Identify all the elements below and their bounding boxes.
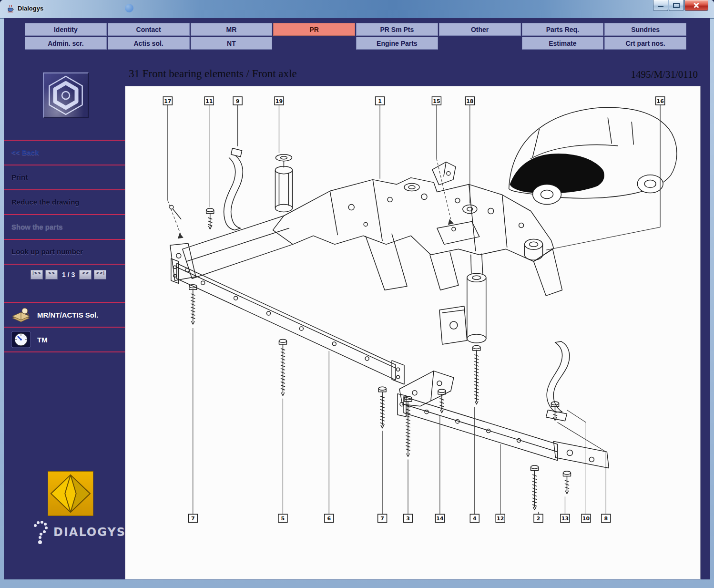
bolt-layer (189, 208, 571, 510)
part-callout-6[interactable]: 6 (325, 351, 334, 522)
tm-button[interactable]: TM (4, 327, 125, 352)
sidebar-item-show-the-parts: Show the parts (4, 214, 125, 239)
tool-label: TM (37, 336, 48, 344)
dialogys-wordmark: DIALOGYS (53, 526, 126, 539)
exploded-diagram: 171191911518167567314412213108 (125, 86, 700, 579)
part-callout-10[interactable]: 10 (567, 410, 590, 523)
part-callout-14[interactable]: 14 (435, 416, 444, 523)
svg-text:19: 19 (275, 98, 283, 104)
tab-nt[interactable]: NT (191, 37, 273, 50)
diagram-artwork (170, 107, 677, 468)
part-callout-8[interactable]: 8 (557, 423, 610, 523)
part-callout-5[interactable]: 5 (278, 399, 287, 522)
drawing-panel: 171191911518167567314412213108 (125, 86, 701, 579)
minimize-button[interactable] (653, 0, 668, 11)
tab-pr[interactable]: PR (273, 23, 355, 36)
question-mark-icon (31, 520, 50, 545)
dialogys-logo: DIALOGYS (31, 520, 126, 545)
svg-text:5: 5 (281, 516, 285, 522)
part-callout-7[interactable]: 7 (378, 431, 387, 523)
part-callout-9[interactable]: 9 (233, 97, 242, 146)
part-callout-12[interactable]: 12 (496, 444, 505, 523)
app-window: Dialogys IdentityContactMRPRPR Sm PtsOth… (0, 0, 714, 588)
svg-text:7: 7 (380, 516, 384, 522)
next-page-button[interactable]: >> (79, 270, 92, 279)
tool-buttons: MR/NT/ACTIS Sol. TM (4, 302, 125, 352)
tab-mr[interactable]: MR (191, 23, 273, 36)
page-navigation: |<< << 1 / 3 >> >>| (31, 270, 106, 279)
tie-bracket (399, 371, 454, 406)
front-crossmember (171, 258, 404, 384)
part-callout-19[interactable]: 19 (275, 97, 284, 153)
svg-text:13: 13 (561, 516, 569, 522)
java-icon (6, 4, 15, 13)
bolt (378, 387, 386, 428)
sidebar: << BackPrintReduce the drawingShow the p… (4, 18, 125, 579)
background-window-icon (125, 4, 133, 12)
prev-page-button[interactable]: << (45, 270, 58, 279)
tab-estimate[interactable]: Estimate (522, 37, 604, 50)
svg-text:12: 12 (497, 516, 504, 522)
parts-catalog-icon (10, 306, 31, 324)
svg-text:16: 16 (657, 98, 664, 104)
first-page-button[interactable]: |<< (31, 270, 43, 279)
bolt (563, 471, 571, 494)
part-callout-18[interactable]: 18 (465, 97, 474, 204)
locating-pin (170, 206, 454, 239)
title-bar: Dialogys (0, 0, 714, 19)
mount-stack (275, 155, 292, 212)
svg-text:17: 17 (164, 98, 171, 104)
part-callout-11[interactable]: 11 (204, 97, 214, 207)
part-callout-15[interactable]: 15 (432, 97, 451, 223)
vehicle-locator-illustration (509, 107, 677, 204)
bolt (206, 208, 214, 229)
tab-parts-req[interactable]: Parts Req. (522, 23, 604, 36)
tab-sundries[interactable]: Sundries (604, 23, 686, 36)
renault-diamond-icon (49, 472, 92, 515)
part-callout-3[interactable]: 3 (404, 459, 413, 522)
part-callout-4[interactable]: 4 (470, 407, 479, 523)
bolt (531, 465, 539, 510)
svg-text:15: 15 (433, 98, 440, 104)
curved-bracket (224, 148, 243, 230)
sidebar-item-print[interactable]: Print (4, 165, 125, 189)
svg-text:7: 7 (191, 516, 195, 522)
page-title: 31 Front bearing elements / Front axle (129, 68, 297, 80)
tab-engine-parts[interactable]: Engine Parts (356, 37, 438, 50)
svg-text:11: 11 (205, 98, 213, 104)
sidebar-item-back[interactable]: << Back (4, 140, 125, 165)
bolt (473, 345, 480, 404)
window-title: Dialogys (18, 5, 43, 12)
part-callout-13[interactable]: 13 (561, 496, 570, 522)
tab-pr-sm-pts[interactable]: PR Sm Pts (356, 23, 438, 36)
sidebar-item-reduce-the-drawing[interactable]: Reduce the drawing (4, 189, 125, 214)
part-callout-17[interactable]: 17 (163, 97, 181, 237)
svg-text:6: 6 (327, 516, 331, 522)
mr-nt-actis-button[interactable]: MR/NT/ACTIS Sol. (4, 302, 125, 327)
svg-text:3: 3 (406, 516, 410, 522)
renault-logo (48, 471, 93, 516)
gauge-icon (10, 330, 31, 349)
tab-other[interactable]: Other (439, 23, 521, 36)
section-nut-icon (43, 72, 89, 118)
window-controls (653, 0, 708, 11)
washer (463, 205, 477, 214)
tab-crt-part-nos[interactable]: Crt part nos. (604, 37, 686, 50)
bushing-cylinder (467, 254, 486, 343)
svg-text:10: 10 (582, 516, 590, 522)
support-bracket (432, 162, 456, 185)
app-client-area: IdentityContactMRPRPR Sm PtsOtherParts R… (4, 18, 710, 579)
svg-text:14: 14 (436, 516, 444, 522)
maximize-button[interactable] (669, 0, 684, 11)
close-button[interactable] (684, 0, 708, 11)
last-page-button[interactable]: >>| (94, 270, 106, 279)
bolt (279, 339, 286, 395)
part-callout-2[interactable]: 2 (534, 512, 543, 522)
part-callout-7[interactable]: 7 (188, 328, 197, 522)
sidebar-item-look-up-part-number[interactable]: Look up part number (4, 239, 125, 265)
part-callout-1[interactable]: 1 (376, 97, 385, 179)
svg-text:1: 1 (378, 98, 382, 104)
svg-text:4: 4 (473, 516, 477, 522)
svg-text:2: 2 (537, 516, 541, 522)
bolt (189, 285, 197, 324)
